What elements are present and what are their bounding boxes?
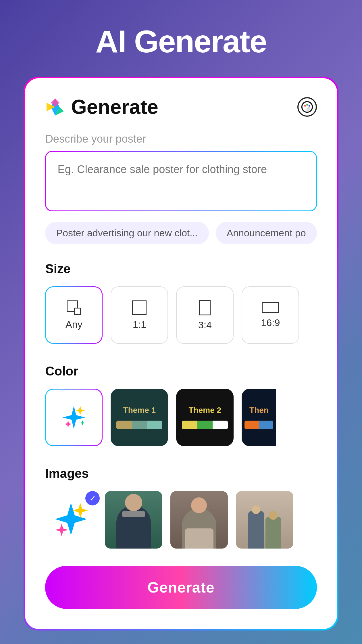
color-title: Color (45, 364, 317, 378)
poster-input-wrapper (45, 151, 317, 211)
svg-point-3 (308, 105, 310, 107)
color-options: Theme 1 Theme 2 (45, 389, 317, 446)
color-section: Color Theme 1 (45, 364, 317, 446)
card-title: Generate (71, 95, 158, 118)
size-title: Size (45, 262, 317, 276)
image-person1[interactable] (105, 491, 162, 549)
suggestions-row: Poster advertising our new clot... Annou… (45, 222, 317, 244)
size-label-1-1: 1:1 (133, 319, 146, 330)
color-option-theme3[interactable]: Then (242, 389, 276, 446)
size-icon-portrait (199, 300, 211, 315)
svg-point-2 (306, 104, 308, 106)
image-ai-sparkle (52, 501, 90, 538)
ai-checked-badge: ✓ (85, 491, 100, 505)
size-label-16-9: 16:9 (261, 317, 280, 328)
image-ai-item[interactable]: ✓ (45, 494, 97, 546)
theme3-label: Then (249, 406, 269, 415)
describe-section: Describe your poster (45, 133, 317, 211)
sparkle-icon (45, 97, 65, 117)
images-row: ✓ (45, 491, 317, 549)
suggestion-chip-0[interactable]: Poster advertising our new clot... (45, 222, 209, 244)
palette-button[interactable] (297, 97, 317, 117)
size-label-3-4: 3:4 (198, 319, 212, 331)
ai-sparkle-icon (59, 403, 88, 432)
card-header: Generate (45, 95, 317, 118)
theme1-swatches (116, 421, 162, 429)
theme2-label: Theme 2 (189, 406, 222, 415)
size-section: Size Any 1:1 3:4 (45, 262, 317, 344)
generate-button[interactable]: Generate (45, 566, 317, 609)
color-option-theme2[interactable]: Theme 2 (176, 389, 234, 446)
size-icon-any (67, 300, 81, 315)
suggestion-chip-1[interactable]: Announcement po (216, 222, 317, 244)
image-person3[interactable] (236, 491, 293, 549)
size-icon-landscape (262, 302, 279, 313)
images-title: Images (45, 466, 317, 481)
describe-label: Describe your poster (45, 133, 317, 145)
images-section: Images ✓ (45, 466, 317, 549)
theme1-label: Theme 1 (123, 406, 156, 415)
header-left: Generate (45, 95, 158, 118)
theme3-swatches (244, 421, 273, 429)
size-icon-square (132, 300, 147, 315)
image-person2[interactable] (170, 491, 228, 549)
poster-input[interactable] (46, 152, 316, 209)
size-option-3-4[interactable]: 3:4 (176, 286, 234, 344)
color-option-ai[interactable] (45, 389, 103, 446)
size-options: Any 1:1 3:4 16:9 (45, 286, 317, 344)
size-option-1-1[interactable]: 1:1 (111, 286, 168, 344)
color-option-theme1[interactable]: Theme 1 (111, 389, 168, 446)
size-option-any[interactable]: Any (45, 286, 103, 344)
size-option-16-9[interactable]: 16:9 (242, 286, 299, 344)
main-card: Generate Describe your poster Poster ad (24, 77, 338, 630)
svg-point-1 (304, 105, 306, 107)
theme2-swatches (182, 421, 228, 429)
size-label-any: Any (66, 319, 82, 330)
page-title: AI Generate (95, 23, 266, 60)
